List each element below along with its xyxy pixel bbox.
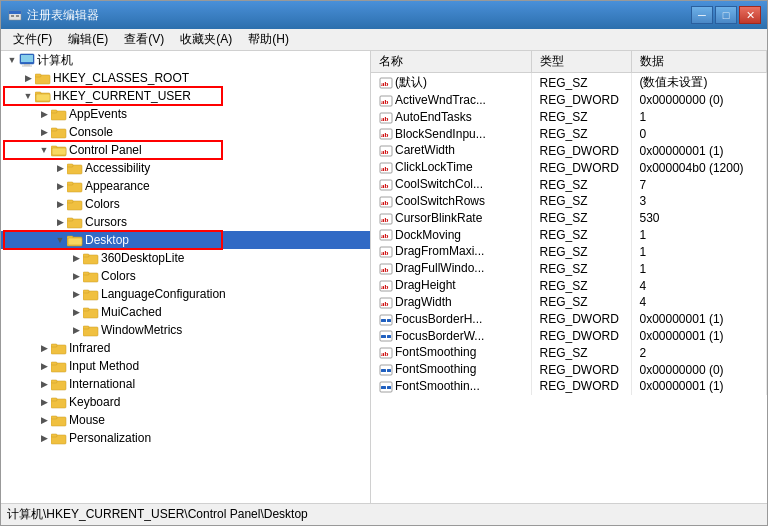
tree-expand-hkcr[interactable]: ▶ [21,71,35,85]
reg-data: 0x00000001 (1) [631,328,767,345]
reg-type: REG_SZ [531,126,631,143]
folder-icon [67,179,83,193]
tree-expand-langconfig[interactable]: ▶ [69,287,83,301]
tree-node-langconfig[interactable]: ▶ LanguageConfiguration [1,285,370,303]
menu-item[interactable]: 查看(V) [116,29,172,50]
tree-expand-360lite[interactable]: ▶ [69,251,83,265]
menu-item[interactable]: 编辑(E) [60,29,116,50]
folder-icon [51,341,67,355]
table-row[interactable]: abClickLockTimeREG_DWORD0x000004b0 (1200… [371,159,767,176]
svg-rect-42 [51,344,57,347]
tree-expand-computer[interactable]: ▼ [5,53,19,67]
folder-icon-desktop [67,232,83,248]
tree-expand-appearance[interactable]: ▶ [53,179,67,193]
table-row[interactable]: abCoolSwitchRowsREG_SZ3 [371,193,767,210]
tree-node-hkcr[interactable]: ▶ HKEY_CLASSES_ROOT [1,69,370,87]
tree-label-international: International [69,377,135,391]
tree-node-keyboard[interactable]: ▶ Keyboard [1,393,370,411]
tree-node-accessibility[interactable]: ▶ Accessibility [1,159,370,177]
reg-data: 1 [631,109,767,126]
svg-rect-94 [387,386,391,389]
tree-node-colors2[interactable]: ▶ Colors [1,267,370,285]
tree-node-console[interactable]: ▶ Console [1,123,370,141]
close-button[interactable]: ✕ [739,6,761,24]
folder-icon [67,197,83,211]
tree-node-muicached[interactable]: ▶ MuiCached [1,303,370,321]
maximize-button[interactable]: □ [715,6,737,24]
tree-panel[interactable]: ▼ 计算机▶ HKEY_CLASSES_ROOT▼ HKEY_CURRENT_U… [1,51,371,503]
tree-expand-winmetrics[interactable]: ▶ [69,323,83,337]
tree-expand-mouse[interactable]: ▶ [37,413,51,427]
reg-sz-icon: ab [379,345,395,359]
tree-expand-desktop[interactable]: ▼ [53,233,67,247]
tree-expand-personalization[interactable]: ▶ [37,431,51,445]
table-row[interactable]: abDragWidthREG_SZ4 [371,294,767,311]
tree-node-appearance[interactable]: ▶ Appearance [1,177,370,195]
tree-expand-muicached[interactable]: ▶ [69,305,83,319]
tree-node-mouse[interactable]: ▶ Mouse [1,411,370,429]
tree-expand-controlpanel[interactable]: ▼ [37,143,51,157]
tree-node-international[interactable]: ▶ International [1,375,370,393]
folder-icon-hkcr [35,70,51,86]
reg-sz-icon: ab [379,110,395,124]
folder-icon-keyboard [51,394,67,410]
table-row[interactable]: abDragFullWindo...REG_SZ1 [371,260,767,277]
table-row[interactable]: abAutoEndTasksREG_SZ1 [371,109,767,126]
tree-expand-hkcu[interactable]: ▼ [21,89,35,103]
reg-data: 1 [631,243,767,260]
table-row[interactable]: abDragFromMaxi...REG_SZ1 [371,243,767,260]
menu-item[interactable]: 文件(F) [5,29,60,50]
tree-expand-colors[interactable]: ▶ [53,197,67,211]
title-bar-left: 注册表编辑器 [7,7,99,24]
table-row[interactable]: abCaretWidthREG_DWORD0x00000001 (1) [371,142,767,159]
table-row[interactable]: abDockMovingREG_SZ1 [371,227,767,244]
svg-text:ab: ab [381,216,389,224]
tree-node-hkcu[interactable]: ▼ HKEY_CURRENT_USER [1,87,370,105]
table-row[interactable]: abCoolSwitchCol...REG_SZ7 [371,176,767,193]
tree-expand-console[interactable]: ▶ [37,125,51,139]
registry-panel[interactable]: 名称 类型 数据 ab(默认)REG_SZ(数值未设置)abActiveWndT… [371,51,767,503]
menu-item[interactable]: 帮助(H) [240,29,297,50]
reg-data: (数值未设置) [631,73,767,93]
tree-node-desktop[interactable]: ▼ Desktop [1,231,370,249]
tree-node-colors[interactable]: ▶ Colors [1,195,370,213]
tree-expand-inputmethod[interactable]: ▶ [37,359,51,373]
reg-type: REG_DWORD [531,159,631,176]
table-row[interactable]: ab(默认)REG_SZ(数值未设置) [371,73,767,93]
table-row[interactable]: FontSmoothingREG_DWORD0x00000000 (0) [371,361,767,378]
tree-node-infrared[interactable]: ▶ Infrared [1,339,370,357]
tree-node-computer[interactable]: ▼ 计算机 [1,51,370,69]
table-row[interactable]: FontSmoothin...REG_DWORD0x00000001 (1) [371,378,767,395]
table-row[interactable]: FocusBorderW...REG_DWORD0x00000001 (1) [371,328,767,345]
reg-data: 2 [631,344,767,361]
tree-node-winmetrics[interactable]: ▶ WindowMetrics [1,321,370,339]
table-row[interactable]: abCursorBlinkRateREG_SZ530 [371,210,767,227]
svg-text:ab: ab [381,80,389,88]
tree-expand-keyboard[interactable]: ▶ [37,395,51,409]
tree-expand-international[interactable]: ▶ [37,377,51,391]
svg-rect-48 [51,398,57,401]
menu-item[interactable]: 收藏夹(A) [172,29,240,50]
svg-rect-85 [381,335,386,338]
tree-expand-cursors[interactable]: ▶ [53,215,67,229]
table-row[interactable]: FocusBorderH...REG_DWORD0x00000001 (1) [371,311,767,328]
tree-expand-accessibility[interactable]: ▶ [53,161,67,175]
reg-data: 0x000004b0 (1200) [631,159,767,176]
table-row[interactable]: abActiveWndTrac...REG_DWORD0x00000000 (0… [371,92,767,109]
minimize-button[interactable]: ─ [691,6,713,24]
tree-node-controlpanel[interactable]: ▼ Control Panel [1,141,370,159]
svg-text:ab: ab [381,300,389,308]
tree-node-appevents[interactable]: ▶ AppEvents [1,105,370,123]
tree-node-personalization[interactable]: ▶ Personalization [1,429,370,447]
table-row[interactable]: abBlockSendInpu...REG_SZ0 [371,126,767,143]
tree-expand-colors2[interactable]: ▶ [69,269,83,283]
tree-expand-appevents[interactable]: ▶ [37,107,51,121]
tree-node-360lite[interactable]: ▶ 360DesktopLite [1,249,370,267]
table-row[interactable]: abDragHeightREG_SZ4 [371,277,767,294]
table-row[interactable]: abFontSmoothingREG_SZ2 [371,344,767,361]
tree-node-cursors[interactable]: ▶ Cursors [1,213,370,231]
svg-text:ab: ab [381,98,389,106]
tree-expand-infrared[interactable]: ▶ [37,341,51,355]
tree-node-inputmethod[interactable]: ▶ Input Method [1,357,370,375]
reg-name-text: ActiveWndTrac... [395,93,486,107]
